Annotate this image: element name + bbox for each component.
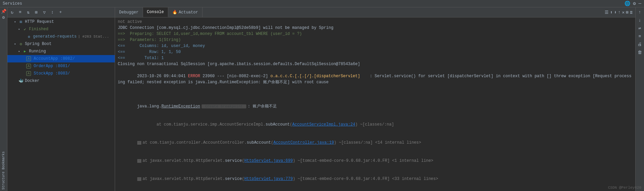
running-icon: ▶ [22,49,28,54]
refresh-icon[interactable]: ↻ [9,9,15,16]
console-stacktrace-line: +at com.tianju.controller.AccountControl… [118,134,633,152]
docker-label: Docker [25,79,39,83]
console-output: not active JDBC Connection [com.mysql.cj… [115,17,635,191]
right-toolbar: ↑ ↓ ⇌ ≡ 🖨 🗑 [635,7,644,191]
account-app-label: AccountApp :8082/ [34,56,75,61]
tree-item-finished[interactable]: ▾ ✔ Finished [7,26,115,33]
debugger-label: Debugger [119,10,139,15]
stock-app-label: StockApp :8083/ [34,71,70,76]
generated-requests-status: | #263 Stat... [78,35,109,39]
tab-bar: Debugger Console 🔥 Actuator ☰ ⬆ ⬇ ↑ ✕ ⊞ … [115,7,635,17]
scroll-top-icon[interactable]: ⬆ [610,10,613,15]
table-icon[interactable]: ⊞ [626,10,629,15]
delete-icon[interactable]: 🗑 [637,49,643,56]
tree-item-generated-requests[interactable]: ⚙ generated-requests | #263 Stat... [7,33,115,40]
tree-item-docker[interactable]: 🐳 Docker [7,77,115,85]
console-error-line: 2023-10-26 09:44:041 ERROR 23960 --- [ni… [118,67,633,91]
collapse-all-icon[interactable]: ≡ [17,9,24,16]
console-line: not active [118,19,633,25]
settings-icon[interactable]: ⚙ [2,15,5,20]
http-request-icon: ⊞ [18,19,24,25]
console-blank [118,91,633,97]
console-line: ==> Preparing: SELECT id,user_id,money F… [118,31,633,37]
tab-console[interactable]: Console [143,7,168,17]
tree-arrow: ▾ [14,42,18,46]
print-icon[interactable]: 🖨 [637,41,643,48]
structure-label: Structure [2,172,5,190]
top-bar-actions: 🌐 ⚙ — [624,1,641,6]
top-bar: Services 🌐 ⚙ — [0,0,644,7]
minimize-icon[interactable]: — [639,1,641,6]
app-title: Services [3,1,22,6]
clear-icon[interactable]: ✕ [622,10,625,15]
add-icon[interactable]: + [57,9,64,16]
account-app-icon: A [26,56,31,61]
filter-icon[interactable]: ▽ [41,9,48,16]
pin-icon[interactable]: 📌 [1,9,6,14]
actuator-label: Actuator [179,10,198,15]
expand-icon[interactable]: ⇅ [25,9,32,16]
watermark: CSDN @Perley620 [608,186,641,190]
down-arrow-icon[interactable]: ↓ [637,17,643,23]
tree-arrow: ▾ [18,28,22,31]
services-tree: ▾ ⊞ HTTP Request ▾ ✔ Finished ⚙ generate… [7,17,115,191]
console-line: Closing non transactional SqlSession [or… [118,61,633,67]
finished-icon: ✔ [22,27,28,32]
globe-icon[interactable]: 🌐 [624,1,630,6]
console-menu-icon[interactable]: ☰ [605,10,609,15]
docker-icon: 🐳 [18,78,24,84]
sort-icon[interactable]: ↕ [49,9,56,16]
running-label: Running [29,49,46,54]
console-stacktrace-line: +at javax.servlet.http.HttpServlet.servi… [118,170,633,188]
console-line: <== Columns: id, user_id, money [118,43,633,49]
order-app-icon: A [26,64,31,68]
scroll-end-icon[interactable]: ↑ [618,10,621,15]
up-arrow-icon[interactable]: ↑ [637,9,643,15]
group-icon[interactable]: ⊞ [33,9,40,16]
spring-boot-icon: ⚙ [18,41,24,47]
console-line: ==> Parameters: 1(String) [118,37,633,43]
tree-item-running[interactable]: ▾ ▶ Running [7,48,115,55]
generated-requests-icon: ⚙ [26,34,32,39]
finished-label: Finished [29,27,48,32]
scroll-bottom-icon[interactable]: ⬇ [614,10,617,15]
right-panel: Debugger Console 🔥 Actuator ☰ ⬆ ⬇ ↑ ✕ ⊞ … [115,7,635,191]
actuator-flame-icon: 🔥 [172,10,177,15]
stock-app-icon: A [26,71,31,76]
services-panel: ↻ ≡ ⇅ ⊞ ▽ ↕ + ▾ ⊞ HTTP Request ▾ ✔ Finis… [7,7,115,191]
main-area: 📌 ⚙ Bookmarks Structure ↻ ≡ ⇅ ⊞ ▽ ↕ + ▾ … [0,7,644,191]
left-sidebar: 📌 ⚙ Bookmarks Structure [0,7,7,191]
tree-item-stock-app[interactable]: A StockApp :8083/ [7,70,115,77]
tree-arrow: ▾ [18,50,22,53]
console-line: JDBC Connection [com.mysql.cj.jdbc.Conne… [118,25,633,31]
tree-arrow: ▾ [14,20,18,24]
http-request-label: HTTP Request [25,19,54,24]
wrap-text-icon[interactable]: ⇌ [637,25,643,32]
order-app-label: OrderApp :8081/ [34,64,70,68]
tree-item-spring-boot[interactable]: ▾ ⚙ Spring Boot [7,40,115,48]
tab-actuator[interactable]: 🔥 Actuator [168,7,203,17]
console-label: Console [147,10,164,14]
wrap-icon[interactable]: ≣ [630,10,633,15]
tree-item-http-request[interactable]: ▾ ⊞ HTTP Request [7,18,115,26]
console-exception-line: java.lang.RuntimeException Create breakp… [118,97,633,115]
tree-item-account-app[interactable]: A AccountApp :8082/ [7,55,115,62]
gear-icon[interactable]: ⚙ [633,1,636,6]
list-view-icon[interactable]: ≡ [637,33,643,40]
console-stacktrace-line: at com.tianju.service.imp.AccountService… [118,115,633,134]
console-line: <== Total: 1 [118,55,633,61]
console-toolbar: ☰ ⬆ ⬇ ↑ ✕ ⊞ ≣ [602,7,635,17]
console-line: <== Row: 1, 1, 50 [118,49,633,55]
bookmarks-label: Bookmarks [2,151,5,170]
services-toolbar: ↻ ≡ ⇅ ⊞ ▽ ↕ + [7,7,115,17]
spring-boot-label: Spring Boot [25,42,51,46]
generated-requests-label: generated-requests [33,34,77,39]
tree-item-order-app[interactable]: A OrderApp :8081/ [7,62,115,70]
console-stacktrace-line: +at javax.servlet.http.HttpServlet.servi… [118,152,633,170]
tab-debugger[interactable]: Debugger [115,7,143,17]
